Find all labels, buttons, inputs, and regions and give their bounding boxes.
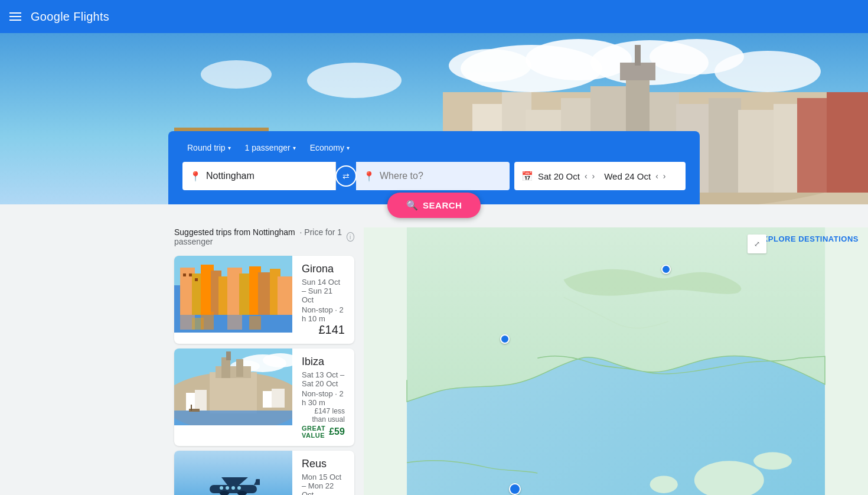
hamburger-icon[interactable] — [9, 12, 21, 21]
girona-image — [174, 256, 292, 333]
origin-location-icon: 📍 — [190, 171, 201, 182]
expand-icon: ⤢ — [754, 240, 760, 248]
destination-wrapper: 📍 — [356, 162, 510, 190]
reus-dates: Mon 15 Oct – Mon 22 Oct — [302, 473, 345, 495]
svg-rect-52 — [201, 312, 214, 330]
search-button[interactable]: 🔍 SEARCH — [387, 193, 481, 218]
ibiza-price-row: £147 less than usual GREAT VALUE £59 — [302, 407, 345, 439]
svg-point-7 — [201, 60, 272, 89]
svg-rect-48 — [189, 273, 192, 276]
svg-rect-28 — [827, 92, 868, 193]
date-nav-next-to[interactable]: › — [663, 171, 666, 181]
cabin-selector[interactable]: Economy ▾ — [305, 141, 354, 155]
trip-type-chevron: ▾ — [228, 145, 231, 151]
suggestions-prefix: Suggested trips from Nottingham — [174, 227, 295, 237]
svg-rect-54 — [249, 316, 261, 330]
ibiza-flight: Non-stop · 2 h 30 m — [302, 389, 345, 407]
passengers-chevron: ▾ — [293, 145, 296, 151]
date-from: Sat 20 Oct — [538, 171, 580, 181]
origin-input[interactable] — [182, 162, 336, 190]
info-icon[interactable]: i — [347, 232, 354, 242]
date-nav-next-from[interactable]: › — [592, 171, 595, 181]
girona-thumbnail — [174, 256, 292, 333]
suggestions-title: Suggested trips from Nottingham · Price … — [174, 227, 343, 246]
svg-rect-78 — [256, 479, 260, 485]
trip-card-ibiza[interactable]: Ibiza Sat 13 Oct – Sat 20 Oct Non-stop ·… — [174, 349, 354, 446]
svg-rect-61 — [216, 366, 251, 378]
svg-point-81 — [231, 486, 235, 490]
passengers-selector[interactable]: 1 passenger ▾ — [240, 141, 301, 155]
suggestions-header: Suggested trips from Nottingham · Price … — [174, 227, 354, 246]
ibiza-price: £59 — [329, 426, 345, 437]
search-inputs-row: 📍 ⇄ 📍 📅 Sat 20 Oct ‹ › Wed 24 Oct ‹ › — [182, 162, 686, 190]
svg-point-95 — [753, 452, 792, 470]
calendar-icon: 📅 — [521, 171, 533, 182]
cabin-label: Economy — [310, 143, 344, 152]
explore-destinations-button[interactable]: EXPLORE DESTINATIONS — [757, 235, 859, 243]
trip-type-selector[interactable]: Round trip ▾ — [182, 141, 236, 155]
svg-rect-23 — [709, 98, 741, 193]
map-expand-button[interactable]: ⤢ — [748, 235, 766, 253]
svg-point-79 — [220, 486, 223, 490]
search-options-row: Round trip ▾ 1 passenger ▾ Economy ▾ — [182, 141, 686, 155]
svg-point-8 — [714, 51, 821, 92]
svg-rect-71 — [191, 405, 192, 411]
svg-rect-46 — [278, 276, 292, 315]
ibiza-badge: GREAT VALUE £59 — [302, 425, 345, 439]
date-nav-prev-to[interactable]: ‹ — [655, 171, 658, 181]
svg-rect-69 — [174, 411, 292, 425]
trip-card-reus[interactable]: Reus Mon 15 Oct – Mon 22 Oct Non-stop · … — [174, 451, 354, 495]
svg-point-3 — [449, 49, 531, 82]
girona-flight: Non-stop · 2 h 10 m — [302, 305, 345, 323]
top-nav: Google Flights — [0, 0, 868, 33]
map-dot-2[interactable] — [500, 334, 510, 344]
ibiza-info: Ibiza Sat 13 Oct – Sat 20 Oct Non-stop ·… — [292, 349, 354, 446]
reus-info: Reus Mon 15 Oct – Mon 22 Oct Non-stop · … — [292, 451, 354, 495]
svg-point-80 — [226, 486, 229, 490]
svg-rect-24 — [738, 110, 776, 193]
svg-rect-20 — [635, 45, 641, 66]
girona-dates: Sun 14 Oct – Sun 21 Oct — [302, 278, 345, 304]
search-icon: 🔍 — [406, 200, 419, 211]
ibiza-image — [174, 349, 292, 425]
date-to: Wed 24 Oct — [604, 171, 651, 181]
origin-wrapper: 📍 — [182, 162, 336, 190]
cabin-chevron: ▾ — [347, 145, 350, 151]
hero-image: Round trip ▾ 1 passenger ▾ Economy ▾ 📍 ⇄ — [0, 33, 868, 204]
swap-button[interactable]: ⇄ — [335, 165, 357, 187]
svg-rect-60 — [210, 372, 257, 413]
girona-info: Girona Sun 14 Oct – Sun 21 Oct Non-stop … — [292, 256, 354, 344]
svg-rect-70 — [189, 409, 200, 412]
ibiza-dates: Sat 13 Oct – Sat 20 Oct — [302, 370, 345, 388]
svg-rect-64 — [226, 351, 231, 360]
ibiza-badge-label: GREAT VALUE — [302, 425, 325, 439]
destination-input[interactable] — [356, 162, 510, 190]
ibiza-thumbnail — [174, 349, 292, 425]
destination-location-icon: 📍 — [363, 171, 375, 182]
girona-destination: Girona — [302, 263, 345, 275]
passengers-label: 1 passenger — [245, 143, 291, 152]
ibiza-discount: £147 less than usual — [302, 407, 345, 424]
map-dot-1[interactable] — [661, 265, 671, 274]
reus-thumbnail — [174, 451, 292, 495]
trip-type-label: Round trip — [187, 143, 226, 152]
map-dot-3[interactable] — [509, 483, 521, 495]
main-content: Suggested trips from Nottingham · Price … — [0, 227, 868, 495]
svg-point-82 — [237, 486, 241, 490]
date-picker[interactable]: 📅 Sat 20 Oct ‹ › Wed 24 Oct ‹ › — [514, 162, 686, 190]
reus-image — [174, 451, 292, 495]
search-button-label: SEARCH — [423, 200, 462, 210]
svg-point-6 — [307, 63, 402, 98]
svg-rect-62 — [221, 357, 230, 378]
trip-card-girona[interactable]: Girona Sun 14 Oct – Sun 21 Oct Non-stop … — [174, 256, 354, 344]
map-panel: EXPLORE DESTINATIONS ⤢ Map data ©2018 Go… — [364, 227, 868, 495]
svg-rect-53 — [227, 315, 242, 330]
svg-rect-49 — [195, 278, 198, 281]
svg-rect-27 — [797, 98, 830, 193]
suggestions-panel: Suggested trips from Nottingham · Price … — [0, 227, 364, 495]
svg-rect-47 — [183, 273, 186, 276]
search-button-wrapper: 🔍 SEARCH — [0, 204, 868, 218]
date-nav-prev-from[interactable]: ‹ — [585, 171, 588, 181]
svg-rect-68 — [272, 389, 285, 408]
svg-point-94 — [650, 476, 677, 493]
